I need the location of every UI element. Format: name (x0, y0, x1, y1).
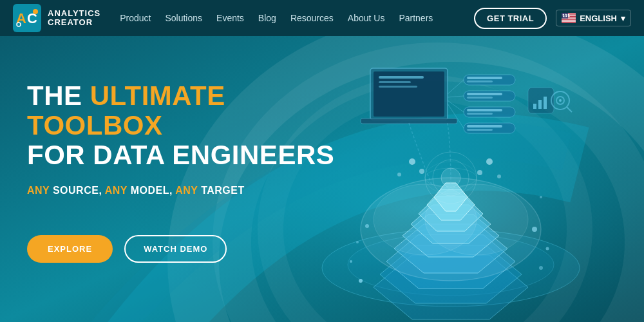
svg-rect-26 (464, 75, 515, 85)
nav-links: Product Solutions Events Blog Resources … (120, 13, 474, 23)
logo[interactable]: A C ANALYTICS CREATOR (13, 4, 100, 32)
explore-button[interactable]: EXPLORE (27, 235, 113, 263)
nav-about[interactable]: About Us (348, 13, 385, 23)
nav-product[interactable]: Product (120, 13, 151, 23)
svg-rect-36 (467, 125, 502, 128)
nav-actions: GET TRIAL ★★★ ★★★ ENGLISH ▾ (474, 8, 631, 29)
hero-title-line2: FOR DATA ENGINEERS (27, 140, 349, 170)
svg-point-52 (359, 279, 363, 283)
hero-any1: ANY (27, 185, 50, 196)
svg-point-72 (477, 170, 482, 175)
svg-rect-33 (467, 109, 502, 111)
brand-name: ANALYTICS CREATOR (48, 9, 100, 28)
svg-rect-44 (538, 100, 542, 109)
svg-rect-25 (379, 86, 417, 88)
svg-rect-32 (464, 107, 515, 117)
svg-point-73 (497, 175, 501, 178)
svg-point-56 (539, 266, 543, 270)
nav-blog[interactable]: Blog (258, 13, 276, 23)
svg-rect-28 (467, 80, 493, 82)
hero-model: MODEL, (128, 185, 176, 196)
language-label: ENGLISH (580, 14, 617, 23)
flag-icon: ★★★ ★★★ (562, 13, 576, 23)
svg-point-48 (559, 99, 562, 102)
hero-title-line1: THE ULTIMATE TOOLBOX (27, 81, 349, 140)
svg-rect-11 (562, 21, 576, 22)
hero-content: THE ULTIMATE TOOLBOX FOR DATA ENGINEERS … (27, 81, 349, 263)
svg-rect-10 (562, 20, 576, 21)
hero-source: SOURCE, (50, 185, 105, 196)
language-selector[interactable]: ★★★ ★★★ ENGLISH ▾ (556, 10, 631, 26)
navbar: A C ANALYTICS CREATOR Product Solutions … (0, 0, 644, 36)
svg-point-55 (546, 247, 549, 251)
svg-point-3 (33, 9, 38, 14)
svg-rect-23 (379, 76, 424, 79)
hero-buttons: EXPLORE WATCH DEMO (27, 235, 349, 263)
svg-point-59 (540, 196, 542, 198)
svg-rect-21 (361, 118, 457, 124)
svg-point-57 (356, 241, 359, 243)
svg-point-62 (425, 184, 528, 255)
nav-events[interactable]: Events (216, 13, 244, 23)
svg-rect-35 (464, 123, 515, 133)
nav-solutions[interactable]: Solutions (165, 13, 202, 23)
svg-point-71 (486, 158, 493, 165)
svg-point-53 (350, 260, 352, 263)
svg-rect-29 (464, 91, 515, 101)
svg-rect-27 (467, 77, 502, 79)
get-trial-button[interactable]: GET TRIAL (474, 8, 547, 29)
svg-rect-30 (467, 93, 502, 95)
chevron-down-icon: ▾ (621, 14, 625, 23)
svg-rect-43 (533, 104, 536, 109)
svg-rect-37 (467, 129, 493, 131)
hero-subtitle: ANY SOURCE, ANY MODEL, ANY TARGET (27, 185, 349, 196)
svg-point-69 (419, 169, 424, 174)
svg-text:A: A (16, 10, 26, 26)
hero-any2: ANY (105, 185, 128, 196)
svg-point-68 (409, 158, 415, 165)
hero-any3: ANY (175, 185, 198, 196)
watch-demo-button[interactable]: WATCH DEMO (124, 235, 227, 263)
hero-title-the: THE (27, 80, 90, 111)
hero-section: THE ULTIMATE TOOLBOX FOR DATA ENGINEERS … (0, 36, 644, 322)
nav-resources[interactable]: Resources (290, 13, 334, 23)
svg-rect-24 (379, 81, 411, 83)
logo-icon: A C (13, 4, 41, 32)
svg-rect-34 (467, 113, 493, 115)
svg-text:★★★: ★★★ (562, 13, 570, 16)
nav-partners[interactable]: Partners (399, 13, 433, 23)
svg-point-70 (397, 173, 401, 176)
svg-rect-31 (467, 97, 493, 99)
hero-target: TARGET (198, 185, 245, 196)
svg-rect-45 (544, 97, 547, 109)
